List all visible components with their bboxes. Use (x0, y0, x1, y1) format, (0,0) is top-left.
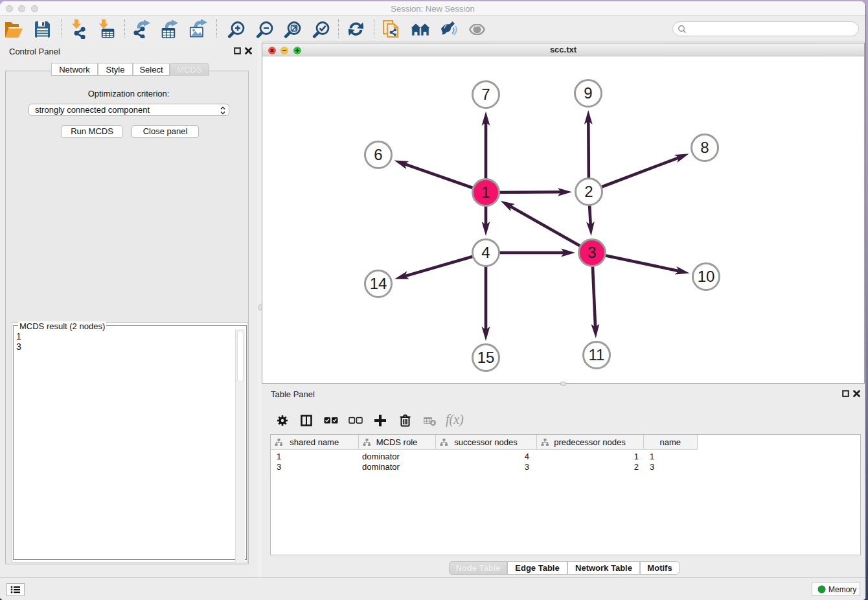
svg-text:3: 3 (588, 244, 596, 261)
svg-text:8: 8 (700, 139, 709, 156)
svg-text:15: 15 (477, 349, 495, 366)
svg-text:14: 14 (370, 275, 387, 292)
svg-text:6: 6 (374, 146, 382, 163)
svg-text:2: 2 (584, 183, 593, 200)
svg-text:9: 9 (584, 84, 592, 102)
svg-text:10: 10 (698, 268, 715, 285)
svg-text:11: 11 (589, 346, 605, 363)
svg-text:4: 4 (481, 244, 490, 261)
svg-text:7: 7 (481, 86, 490, 103)
svg-text:1: 1 (481, 183, 490, 201)
